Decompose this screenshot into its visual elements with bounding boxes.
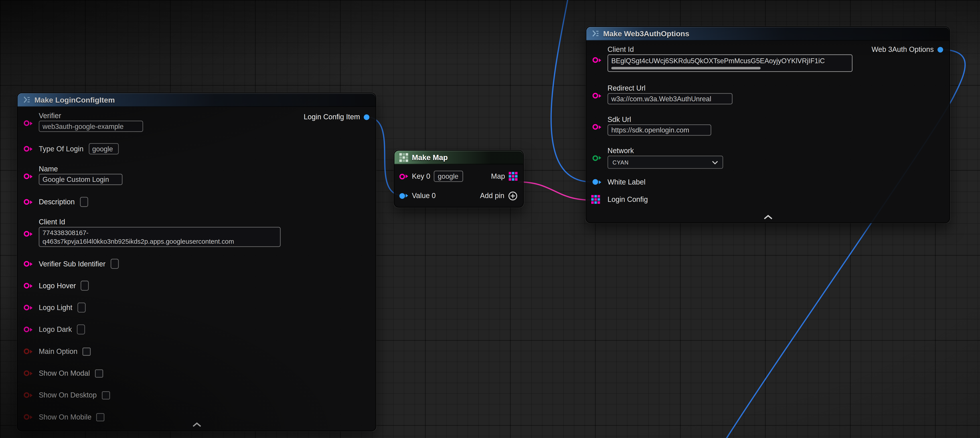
pin-row-client-id: Client Id BEglQSgt4cUWcj6SKRdu5QkOXTsePm… xyxy=(586,46,950,74)
pin-row-show-on-mobile: Show On Mobile xyxy=(18,411,375,423)
node-title: Make Web3AuthOptions xyxy=(603,29,689,38)
logo-hover-input[interactable] xyxy=(81,281,89,291)
pin-name[interactable] xyxy=(24,174,32,179)
node-title: Make LoginConfigItem xyxy=(34,95,115,104)
pin-description[interactable] xyxy=(24,199,32,205)
pin-label: Logo Dark xyxy=(39,326,72,333)
type-of-login-input[interactable]: google xyxy=(89,143,119,154)
logo-dark-input[interactable] xyxy=(77,325,85,334)
pin-label: Map xyxy=(491,172,505,180)
pin-label: Name xyxy=(39,165,367,172)
horizontal-scrollbar[interactable] xyxy=(611,67,761,69)
node-make-web3authoptions[interactable]: Make Web3AuthOptions Web 3Auth Options C… xyxy=(586,26,950,223)
chevron-down-icon xyxy=(712,160,718,164)
chevron-up-icon xyxy=(192,422,202,427)
node-make-map[interactable]: Make Map Key 0 google Map xyxy=(394,150,523,207)
pin-verifier-sub-identifier[interactable] xyxy=(24,261,32,267)
main-option-checkbox[interactable] xyxy=(83,347,91,355)
add-pin-icon[interactable] xyxy=(508,191,517,200)
pin-type-of-login[interactable] xyxy=(24,146,32,151)
pin-label: Show On Modal xyxy=(39,370,90,377)
node-title: Make Map xyxy=(412,153,448,162)
client-id-line2: q463s7kpvja16l4l0kko3nb925ikds2p.apps.go… xyxy=(43,237,277,245)
pin-verifier[interactable] xyxy=(24,120,32,126)
pin-row-client-id: Client Id 774338308167- q463s7kpvja16l4l… xyxy=(18,218,375,249)
node-header-make-loginconfigitem[interactable]: Make LoginConfigItem xyxy=(18,93,375,107)
pin-show-on-modal[interactable] xyxy=(24,370,32,376)
pin-white-label[interactable] xyxy=(593,179,601,185)
pin-label: Value 0 xyxy=(412,192,436,199)
logo-light-input[interactable] xyxy=(77,303,86,312)
pin-row-network: Network CYAN xyxy=(586,147,950,169)
verifier-sub-identifier-input[interactable] xyxy=(110,259,119,269)
node-make-loginconfigitem[interactable]: Make LoginConfigItem Login Config Item V… xyxy=(17,92,376,431)
pin-row-logo-hover: Logo Hover xyxy=(18,280,375,291)
client-id-text: BEglQSgt4cUWcj6SKRdu5QkOXTsePmMcusG5EAoy… xyxy=(611,56,849,65)
pin-show-on-desktop[interactable] xyxy=(24,392,32,398)
show-on-mobile-checkbox[interactable] xyxy=(97,413,105,421)
pin-label: White Label xyxy=(608,178,646,186)
pin-logo-light[interactable] xyxy=(24,305,32,310)
pin-row-name: Name Google Custom Login xyxy=(18,165,375,187)
pin-row-white-label: White Label xyxy=(586,176,950,188)
description-input[interactable] xyxy=(80,197,88,207)
pin-label: Network xyxy=(608,147,940,154)
node-header-make-map[interactable]: Make Map xyxy=(394,151,523,164)
pin-row-sdk-url: Sdk Url https://sdk.openlogin.com xyxy=(586,116,950,138)
pin-label: Show On Desktop xyxy=(39,391,97,399)
client-id-input[interactable]: BEglQSgt4cUWcj6SKRdu5QkOXTsePmMcusG5EAoy… xyxy=(608,54,853,72)
network-dropdown[interactable]: CYAN xyxy=(608,156,723,169)
pin-logo-dark[interactable] xyxy=(24,327,32,332)
key0-input[interactable]: google xyxy=(434,171,463,182)
pin-label: Redirect Url xyxy=(608,84,940,92)
add-pin-label: Add pin xyxy=(480,192,504,199)
pin-row-description: Description xyxy=(18,196,375,208)
pin-network[interactable] xyxy=(593,155,601,161)
blueprint-canvas[interactable]: Make LoginConfigItem Login Config Item V… xyxy=(0,0,980,438)
pin-redirect-url[interactable] xyxy=(593,93,601,99)
pin-label: Sdk Url xyxy=(608,116,940,123)
pin-row-show-on-modal: Show On Modal xyxy=(18,368,375,379)
pin-row-value0: Value 0 Add pin xyxy=(394,190,523,202)
pin-row-type-of-login: Type Of Login google xyxy=(18,143,375,154)
client-id-input[interactable]: 774338308167- q463s7kpvja16l4l0kko3nb925… xyxy=(39,227,281,247)
pin-label: Client Id xyxy=(39,218,367,226)
pin-label: Client Id xyxy=(608,46,940,53)
map-icon xyxy=(399,153,408,162)
pin-label: Logo Hover xyxy=(39,282,76,290)
node-header-make-web3authoptions[interactable]: Make Web3AuthOptions xyxy=(586,27,950,41)
sdk-url-input[interactable]: https://sdk.openlogin.com xyxy=(608,124,711,136)
pin-label: Verifier xyxy=(39,112,367,119)
network-value: CYAN xyxy=(612,159,629,166)
redirect-url-input[interactable]: w3a://com.w3a.Web3AuthUnreal xyxy=(608,93,733,104)
pin-label: Show On Mobile xyxy=(39,413,91,421)
show-on-modal-checkbox[interactable] xyxy=(95,369,103,377)
show-on-desktop-checkbox[interactable] xyxy=(102,391,110,399)
struct-icon xyxy=(22,96,31,104)
pin-logo-hover[interactable] xyxy=(24,283,32,288)
pin-row-logo-light: Logo Light xyxy=(18,302,375,313)
collapse-button[interactable] xyxy=(763,214,773,219)
pin-map-output[interactable] xyxy=(509,172,517,180)
pin-sdk-url[interactable] xyxy=(593,124,601,130)
pin-label: Logo Light xyxy=(39,304,72,311)
pin-row-verifier-sub-identifier: Verifier Sub Identifier xyxy=(18,258,375,269)
pin-row-logo-dark: Logo Dark xyxy=(18,324,375,335)
pin-main-option[interactable] xyxy=(24,349,32,354)
pin-client-id[interactable] xyxy=(24,231,32,237)
pin-show-on-mobile[interactable] xyxy=(24,414,32,420)
pin-login-config[interactable] xyxy=(591,195,600,204)
pin-row-redirect-url: Redirect Url w3a://com.w3a.Web3AuthUnrea… xyxy=(586,84,950,107)
pin-label: Verifier Sub Identifier xyxy=(39,260,105,268)
pin-row-show-on-desktop: Show On Desktop xyxy=(18,390,375,401)
pin-row-login-config: Login Config xyxy=(586,194,950,205)
pin-label: Key 0 xyxy=(412,172,430,180)
pin-client-id[interactable] xyxy=(593,57,601,63)
wire-map-to-loginconfig[interactable] xyxy=(518,182,591,200)
verifier-input[interactable]: web3auth-google-example xyxy=(39,121,143,132)
pin-value0[interactable] xyxy=(399,193,408,198)
collapse-button[interactable] xyxy=(192,422,202,427)
name-input[interactable]: Google Custom Login xyxy=(39,174,123,185)
pin-row-key0: Key 0 google Map xyxy=(394,170,523,183)
pin-key0[interactable] xyxy=(399,174,408,179)
